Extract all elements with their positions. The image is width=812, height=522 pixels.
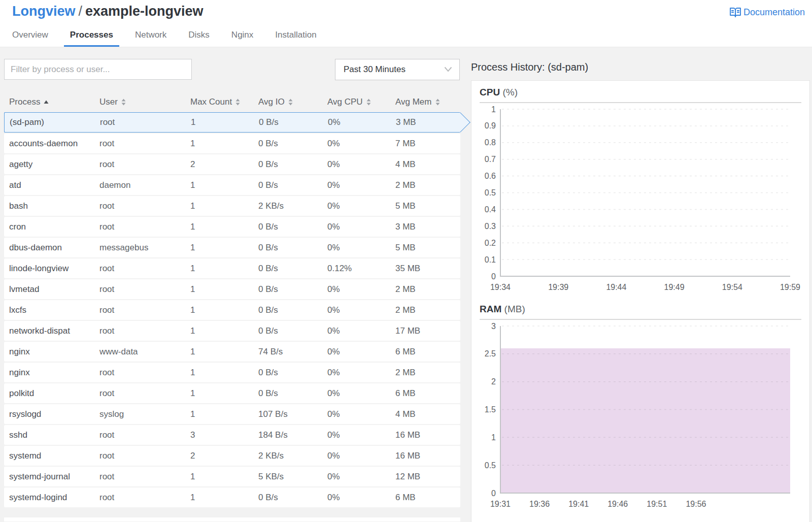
table-row[interactable]: systemd-logindroot10 B/s0%6 MB xyxy=(4,487,460,507)
table-row[interactable]: cronroot10 B/s0%3 MB xyxy=(4,217,460,237)
page-header: Longview/example-longview Documentation … xyxy=(0,0,812,47)
cell-process: rsyslogd xyxy=(9,409,99,419)
cpu-chart-svg: 10.90.80.70.60.50.40.30.20.1019:3419:391… xyxy=(480,103,801,299)
cell-avg-mem: 6 MB xyxy=(395,347,460,357)
column-header-process[interactable]: Process xyxy=(9,97,99,107)
table-row[interactable]: accounts-daemonroot10 B/s0%7 MB xyxy=(4,134,460,153)
filter-input[interactable] xyxy=(4,59,192,80)
cpu-chart-section: CPU (%) 10.90.80.70.60.50.40.30.20.1019:… xyxy=(480,87,801,299)
documentation-link[interactable]: Documentation xyxy=(729,6,805,18)
cell-avg-mem: 4 MB xyxy=(395,159,460,170)
tab-network[interactable]: Network xyxy=(129,30,173,47)
column-label: Avg Mem xyxy=(395,97,432,107)
column-header-avg-cpu[interactable]: Avg CPU xyxy=(327,97,395,107)
column-header-max-count[interactable]: Max Count xyxy=(190,97,258,107)
table-row[interactable]: polkitdroot10 B/s0%6 MB xyxy=(4,383,460,403)
cell-max-count: 1 xyxy=(190,243,258,253)
ram-chart-title: RAM xyxy=(480,304,501,314)
cell-max-count: 1 xyxy=(190,326,258,336)
ram-chart-section: RAM (MB) 32.521.510.5019:3119:3619:4119:… xyxy=(480,304,801,515)
cell-max-count: 1 xyxy=(190,493,258,503)
table-row[interactable]: systemdroot22 KB/s0%16 MB xyxy=(4,446,460,466)
table-row[interactable]: nginxwww-data174 B/s0%6 MB xyxy=(4,342,460,362)
cell-avg-cpu: 0% xyxy=(327,180,395,190)
column-label: User xyxy=(99,97,118,107)
sort-both-icon xyxy=(121,99,126,106)
cell-user: root xyxy=(99,264,190,274)
cell-avg-io: 0 B/s xyxy=(258,326,327,336)
table-row[interactable]: nginxroot10 B/s0%2 MB xyxy=(4,363,460,382)
table-row[interactable]: rsyslogdsyslog1107 B/s0%4 MB xyxy=(4,404,460,424)
cell-avg-cpu: 0% xyxy=(327,326,395,336)
table-row[interactable]: bashroot12 KB/s0%5 MB xyxy=(4,196,460,216)
cell-max-count: 1 xyxy=(190,472,258,482)
column-header-avg-io[interactable]: Avg IO xyxy=(258,97,327,107)
cell-max-count: 1 xyxy=(190,201,258,211)
cell-max-count: 2 xyxy=(190,451,258,461)
column-header-user[interactable]: User xyxy=(99,97,190,107)
cell-user: www-data xyxy=(99,347,190,357)
table-row[interactable]: systemd-journalroot15 KB/s0%12 MB xyxy=(4,467,460,486)
content: Past 30 Minutes ProcessUserMax CountAvg … xyxy=(0,47,812,522)
documentation-label: Documentation xyxy=(743,7,805,18)
cell-avg-mem: 12 MB xyxy=(395,472,460,482)
process-history-title: Process History: (sd-pam) xyxy=(471,60,810,74)
table-row[interactable]: dbus-daemonmessagebus10 B/s0%5 MB xyxy=(4,238,460,257)
tab-nginx[interactable]: Nginx xyxy=(225,30,259,47)
table-row[interactable]: networkd-dispatroot10 B/s0%17 MB xyxy=(4,321,460,341)
cell-avg-cpu: 0% xyxy=(327,409,395,419)
cell-avg-io: 2 KB/s xyxy=(258,451,327,461)
table-row[interactable]: sshdroot3184 B/s0%16 MB xyxy=(4,425,460,445)
sort-both-icon xyxy=(235,99,240,106)
cell-avg-io: 0 B/s xyxy=(258,180,327,190)
cell-avg-cpu: 0% xyxy=(327,201,395,211)
breadcrumb-separator: / xyxy=(76,4,86,19)
cpu-chart-unit: (%) xyxy=(502,87,518,97)
cell-max-count: 1 xyxy=(191,117,259,127)
cell-avg-mem: 6 MB xyxy=(395,493,460,503)
table-row[interactable]: atddaemon10 B/s0%2 MB xyxy=(4,175,460,195)
column-label: Avg CPU xyxy=(327,97,363,107)
cell-process: networkd-dispat xyxy=(9,326,99,336)
table-row[interactable]: agettyroot20 B/s0%4 MB xyxy=(4,154,460,174)
process-history-panel: Process History: (sd-pam) CPU (%) 10.90.… xyxy=(471,60,810,522)
tab-processes[interactable]: Processes xyxy=(64,30,119,47)
cell-avg-mem: 5 MB xyxy=(395,243,460,253)
table-row-selected[interactable]: (sd-pam)root10 B/s0%3 MB xyxy=(4,112,460,133)
cell-process: lxcfs xyxy=(9,305,99,315)
cell-user: root xyxy=(99,472,190,482)
table-row[interactable]: linode-longviewroot10 B/s0.12%35 MB xyxy=(4,258,460,278)
svg-text:19:31: 19:31 xyxy=(490,500,511,508)
time-range-select[interactable]: Past 30 Minutes xyxy=(335,59,460,80)
column-header-avg-mem[interactable]: Avg Mem xyxy=(395,97,460,107)
cell-avg-io: 107 B/s xyxy=(258,409,327,419)
svg-text:19:59: 19:59 xyxy=(780,283,800,291)
cell-avg-io: 0 B/s xyxy=(258,243,327,253)
cell-max-count: 1 xyxy=(190,368,258,378)
sort-asc-icon xyxy=(44,100,49,104)
table-row[interactable]: lxcfsroot10 B/s0%2 MB xyxy=(4,300,460,320)
cell-avg-cpu: 0% xyxy=(327,139,395,149)
tab-disks[interactable]: Disks xyxy=(182,30,216,47)
ram-chart-unit: (MB) xyxy=(504,304,525,314)
tab-overview[interactable]: Overview xyxy=(6,30,54,47)
cell-user: root xyxy=(99,305,190,315)
cell-avg-cpu: 0% xyxy=(327,284,395,295)
cell-avg-mem: 2 MB xyxy=(395,180,460,190)
svg-text:0.3: 0.3 xyxy=(485,222,496,231)
cell-user: root xyxy=(99,430,190,440)
sort-both-icon xyxy=(435,99,440,106)
page-title: example-longview xyxy=(85,4,204,19)
cell-avg-cpu: 0.12% xyxy=(327,264,395,274)
breadcrumb-longview-link[interactable]: Longview xyxy=(12,4,76,19)
cell-avg-io: 0 B/s xyxy=(258,368,327,378)
cell-avg-cpu: 0% xyxy=(327,368,395,378)
cell-avg-mem: 7 MB xyxy=(395,139,460,149)
cell-process: linode-longview xyxy=(9,264,99,274)
book-open-icon xyxy=(729,6,741,18)
table-row[interactable]: lvmetadroot10 B/s0%2 MB xyxy=(4,279,460,299)
tab-installation[interactable]: Installation xyxy=(269,30,322,47)
ram-chart-header: RAM (MB) xyxy=(480,304,801,320)
cell-avg-io: 0 B/s xyxy=(258,222,327,232)
cell-avg-cpu: 0% xyxy=(327,472,395,482)
